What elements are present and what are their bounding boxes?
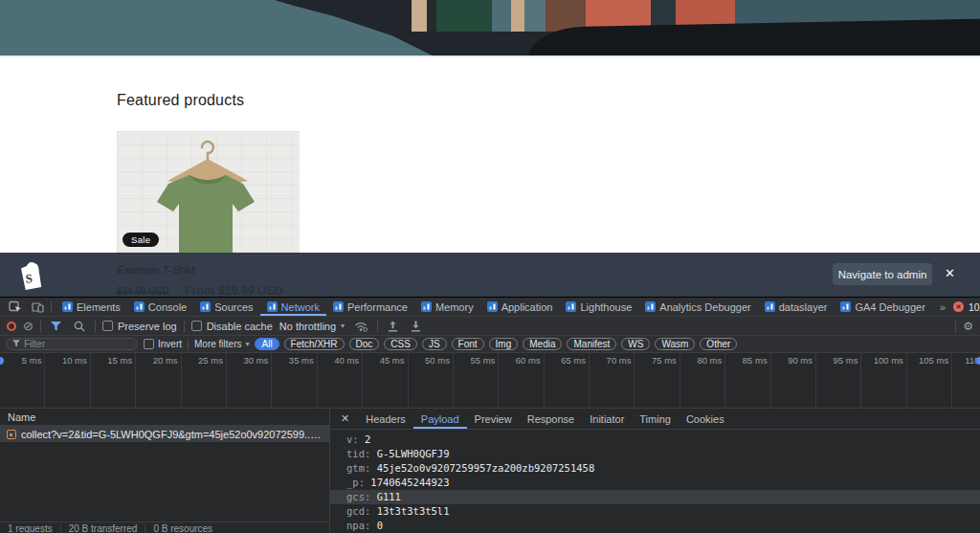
inspect-element-icon[interactable] bbox=[6, 300, 25, 313]
separator bbox=[95, 321, 96, 332]
disable-cache-checkbox[interactable] bbox=[191, 321, 202, 331]
timeline-tick: 35 ms bbox=[272, 353, 317, 408]
preserve-log-checkbox[interactable] bbox=[102, 321, 113, 331]
devtools-tab[interactable]: GA4 Debugger bbox=[834, 298, 931, 316]
preserve-log-label: Preserve log bbox=[118, 321, 177, 332]
resource-type-pill[interactable]: Media bbox=[523, 338, 562, 350]
invert-label: Invert bbox=[158, 339, 182, 349]
devtools-tab[interactable]: Network bbox=[260, 298, 326, 316]
devtools-tab[interactable]: dataslayer bbox=[758, 298, 835, 316]
error-count-icon[interactable] bbox=[953, 301, 964, 312]
devtools-tab[interactable]: Memory bbox=[414, 298, 480, 316]
payload-row[interactable]: gcd13t3t3t3t5l1 bbox=[330, 504, 980, 519]
details-tab[interactable]: Initiator bbox=[582, 409, 632, 429]
ga4-favicon-icon bbox=[566, 301, 576, 312]
invert-checkbox[interactable] bbox=[144, 339, 154, 349]
details-tab[interactable]: Headers bbox=[358, 409, 413, 429]
product-price-original: $24.99 USD bbox=[117, 286, 168, 297]
shopify-preview-bar: S Example T-Shirt $24.99 USD From $19.99… bbox=[0, 253, 980, 297]
resource-type-pill[interactable]: Manifest bbox=[567, 338, 616, 350]
navigate-to-admin-button[interactable]: Navigate to admin bbox=[833, 263, 932, 285]
resource-type-pill[interactable]: Fetch/XHR bbox=[284, 338, 345, 350]
resource-type-pill[interactable]: Wasm bbox=[655, 338, 695, 350]
payload-row[interactable]: gcsG111 bbox=[330, 490, 980, 504]
resource-type-pill[interactable]: All bbox=[255, 338, 278, 350]
device-toolbar-icon[interactable] bbox=[29, 301, 47, 313]
network-conditions-icon[interactable] bbox=[351, 321, 370, 332]
payload-value: 45je52o0v9207259957za200zb9207251458 bbox=[377, 462, 595, 474]
ga4-favicon-icon bbox=[134, 301, 145, 312]
details-tab[interactable]: Payload bbox=[413, 409, 467, 429]
payload-value: 13t3t3t3t5l1 bbox=[377, 505, 450, 517]
product-price-sale: From $19.99 USD bbox=[185, 284, 283, 298]
payload-row[interactable]: gtm45je52o0v9207259957za200zb9207251458 bbox=[330, 461, 980, 476]
details-tab[interactable]: Preview bbox=[467, 409, 520, 429]
separator bbox=[377, 321, 378, 332]
export-har-icon[interactable] bbox=[408, 321, 424, 332]
network-settings-gear-icon[interactable]: ⚙ bbox=[963, 320, 973, 333]
devtools-tabbar-right: 10 36 1 ⚙ ⋮ ✕ bbox=[953, 300, 980, 314]
close-preview-bar-icon[interactable]: ✕ bbox=[945, 266, 955, 280]
error-count[interactable]: 10 bbox=[969, 301, 980, 313]
throttling-select[interactable]: No throttling ▾ bbox=[279, 321, 345, 332]
clear-network-log-icon[interactable]: ⊘ bbox=[23, 320, 33, 332]
devtools-tab[interactable]: Sources bbox=[193, 298, 259, 316]
devtools-tab[interactable]: Elements bbox=[56, 298, 127, 316]
close-details-icon[interactable]: ✕ bbox=[334, 412, 356, 425]
separator bbox=[40, 321, 41, 332]
resource-type-pill[interactable]: Doc bbox=[349, 338, 380, 350]
network-table-area: Name collect?v=2&tid=G-5LWH0QGFJ9&gtm=45… bbox=[0, 409, 980, 533]
product-image[interactable]: Sale bbox=[117, 131, 300, 253]
payload-value: G111 bbox=[377, 491, 401, 502]
throttling-value: No throttling bbox=[279, 321, 336, 332]
timeline-tick: 50 ms bbox=[409, 353, 454, 408]
featured-products-heading: Featured products bbox=[117, 92, 244, 109]
timeline-tick: 55 ms bbox=[454, 353, 499, 408]
search-icon[interactable] bbox=[71, 321, 88, 332]
filter-text-input[interactable] bbox=[24, 339, 131, 349]
request-name: collect?v=2&tid=G-5LWH0QGFJ9&gtm=45je52o… bbox=[21, 429, 323, 440]
filter-toggle-icon[interactable] bbox=[48, 322, 64, 331]
ga4-favicon-icon bbox=[200, 301, 211, 312]
resource-type-pill[interactable]: Img bbox=[489, 338, 519, 350]
payload-row[interactable]: npa0 bbox=[330, 519, 980, 533]
payload-row[interactable]: _p1740645244923 bbox=[330, 476, 980, 490]
ga4-favicon-icon bbox=[765, 301, 775, 312]
resource-type-pill[interactable]: Other bbox=[700, 338, 737, 350]
timeline-tick: 90 ms bbox=[771, 353, 816, 408]
timeline-tick: 15 ms bbox=[91, 353, 136, 408]
separator bbox=[51, 301, 52, 313]
record-network-log-icon[interactable] bbox=[7, 322, 16, 331]
devtools-tab[interactable]: Application bbox=[480, 298, 560, 316]
resource-type-pill[interactable]: JS bbox=[422, 338, 447, 350]
resource-type-pill[interactable]: WS bbox=[621, 338, 650, 350]
devtools-tab[interactable]: Console bbox=[127, 298, 193, 316]
more-filters-dropdown[interactable]: More filters ▾ bbox=[194, 339, 249, 349]
import-har-icon[interactable] bbox=[385, 321, 401, 332]
payload-row[interactable]: tidG-5LWH0QGFJ9 bbox=[330, 447, 980, 461]
ga4-favicon-icon bbox=[267, 301, 278, 312]
network-filter-row: Invert More filters ▾ AllFetch/XHRDocCSS… bbox=[0, 336, 980, 353]
timeline-tick: 45 ms bbox=[363, 353, 408, 408]
payload-value: G-5LWH0QGFJ9 bbox=[377, 448, 450, 459]
devtools-tab[interactable]: Performance bbox=[326, 298, 414, 316]
devtools-tab[interactable]: Analytics Debugger bbox=[638, 298, 757, 316]
name-column-header[interactable]: Name bbox=[0, 409, 329, 426]
product-title[interactable]: Example T-Shirt bbox=[117, 264, 195, 276]
svg-text:S: S bbox=[25, 271, 33, 286]
resource-type-pill[interactable]: Font bbox=[452, 338, 484, 350]
more-tabs-icon[interactable]: » bbox=[936, 301, 949, 313]
payload-row[interactable]: v2 bbox=[330, 433, 980, 447]
resource-type-pill[interactable]: CSS bbox=[384, 338, 417, 350]
requests-count: 1 requests bbox=[0, 523, 61, 533]
devtools-tab[interactable]: Lighthouse bbox=[559, 298, 638, 316]
details-tab[interactable]: Cookies bbox=[679, 409, 732, 429]
storefront-page: Featured products Sale bbox=[0, 0, 980, 253]
filter-input[interactable] bbox=[6, 338, 138, 350]
separator bbox=[955, 321, 956, 332]
request-details-panel: ✕ HeadersPayloadPreviewResponseInitiator… bbox=[330, 409, 980, 533]
network-overview-timeline[interactable]: 5 ms10 ms15 ms20 ms25 ms30 ms35 ms40 ms4… bbox=[0, 353, 980, 409]
details-tab[interactable]: Timing bbox=[632, 409, 679, 429]
request-row[interactable]: collect?v=2&tid=G-5LWH0QGFJ9&gtm=45je52o… bbox=[0, 426, 329, 442]
details-tab[interactable]: Response bbox=[520, 409, 583, 429]
